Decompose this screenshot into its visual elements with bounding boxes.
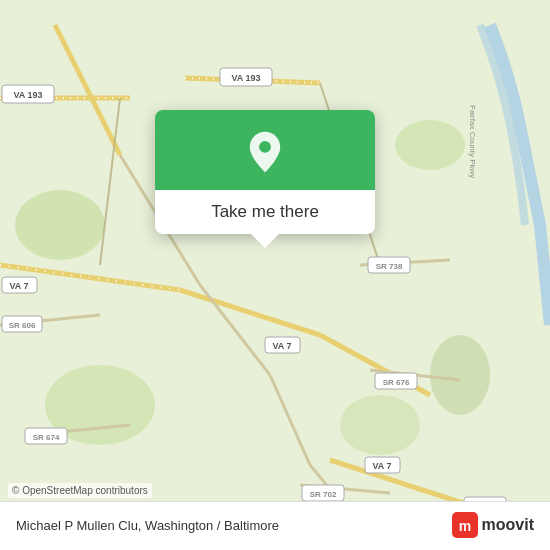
svg-line-9 [55, 25, 120, 155]
popup-card: Take me there [155, 110, 375, 234]
svg-text:Fairfax County Pkwy: Fairfax County Pkwy [468, 105, 477, 178]
svg-text:VA 7: VA 7 [372, 461, 391, 471]
moovit-logo: m moovit [452, 512, 534, 538]
svg-text:VA 7: VA 7 [9, 281, 28, 291]
svg-text:VA 193: VA 193 [231, 73, 260, 83]
svg-line-17 [270, 375, 310, 465]
svg-line-12 [180, 290, 320, 335]
popup-body: Take me there [155, 190, 375, 234]
svg-point-3 [340, 395, 420, 455]
bottom-bar: Michael P Mullen Clu, Washington / Balti… [0, 501, 550, 550]
svg-point-1 [395, 120, 465, 170]
svg-text:VA 193: VA 193 [13, 90, 42, 100]
moovit-icon: m [452, 512, 478, 538]
svg-text:SR 702: SR 702 [310, 490, 337, 499]
map-container: VA 193 VA 193 VA 7 VA 7 VA 7 SR 606 SR 7… [0, 0, 550, 550]
svg-text:VA 7: VA 7 [272, 341, 291, 351]
svg-text:m: m [458, 518, 470, 534]
location-pin-icon [243, 130, 287, 174]
svg-point-50 [259, 141, 271, 153]
take-me-there-button[interactable]: Take me there [171, 202, 359, 222]
popup-arrow [251, 234, 279, 248]
svg-point-4 [430, 335, 490, 415]
svg-text:SR 674: SR 674 [33, 433, 60, 442]
svg-text:SR 606: SR 606 [9, 321, 36, 330]
svg-text:SR 676: SR 676 [383, 378, 410, 387]
popup-header [155, 110, 375, 190]
map-attribution: © OpenStreetMap contributors [8, 483, 152, 498]
svg-text:SR 738: SR 738 [376, 262, 403, 271]
svg-line-16 [200, 285, 270, 375]
location-name: Michael P Mullen Clu, Washington / Balti… [16, 518, 279, 533]
svg-point-0 [15, 190, 105, 260]
map-svg: VA 193 VA 193 VA 7 VA 7 VA 7 SR 606 SR 7… [0, 0, 550, 550]
moovit-wordmark: moovit [482, 516, 534, 534]
